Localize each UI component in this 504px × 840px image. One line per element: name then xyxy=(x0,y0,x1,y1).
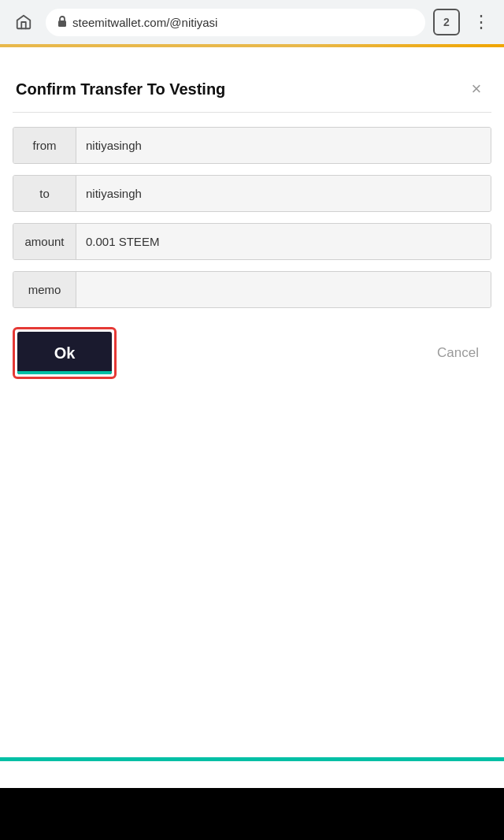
from-row: from nitiyasingh xyxy=(13,127,491,164)
to-row: to nitiyasingh xyxy=(13,175,491,212)
amount-label: amount xyxy=(13,224,76,259)
from-label: from xyxy=(13,128,76,163)
ok-button-wrapper: Ok xyxy=(13,327,117,379)
confirm-transfer-dialog: Confirm Transfer To Vesting × from nitiy… xyxy=(13,63,491,387)
menu-button[interactable]: ⋮ xyxy=(468,9,495,35)
address-bar[interactable]: steemitwallet.com/@nitiyasi xyxy=(46,9,425,36)
browser-chrome: steemitwallet.com/@nitiyasi 2 ⋮ xyxy=(0,0,504,44)
url-text: steemitwallet.com/@nitiyasi xyxy=(72,16,217,29)
page-content: Confirm Transfer To Vesting × from nitiy… xyxy=(0,47,504,788)
home-button[interactable] xyxy=(9,8,38,36)
to-label: to xyxy=(13,176,76,211)
tab-count[interactable]: 2 xyxy=(433,9,460,35)
to-value: nitiyasingh xyxy=(76,176,491,211)
dialog-title: Confirm Transfer To Vesting xyxy=(16,80,225,98)
dialog-header: Confirm Transfer To Vesting × xyxy=(13,63,491,113)
lock-icon xyxy=(57,15,68,30)
close-button[interactable]: × xyxy=(465,77,488,101)
dialog-body: from nitiyasingh to nitiyasingh amount 0… xyxy=(13,113,491,387)
buttons-row: Ok Cancel xyxy=(13,327,491,379)
amount-value: 0.001 STEEM xyxy=(76,224,491,259)
memo-row: memo xyxy=(13,271,491,308)
svg-rect-0 xyxy=(58,20,66,27)
memo-value xyxy=(76,272,491,307)
amount-row: amount 0.001 STEEM xyxy=(13,223,491,260)
from-value: nitiyasingh xyxy=(76,128,491,163)
cancel-button[interactable]: Cancel xyxy=(424,337,491,369)
memo-label: memo xyxy=(13,272,76,307)
ok-button[interactable]: Ok xyxy=(17,332,112,374)
bottom-teal-bar xyxy=(0,757,504,761)
